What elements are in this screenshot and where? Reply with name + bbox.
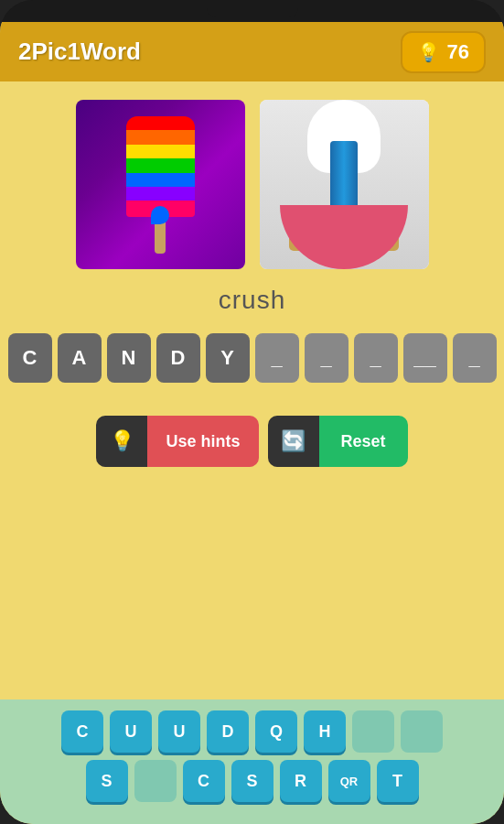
key-t[interactable]: T [377,760,419,802]
buttons-section: 💡 Use hints 🔄 Reset [0,390,504,482]
tile-n[interactable]: N [107,333,151,383]
key-c2[interactable]: C [183,760,225,802]
popsicle-image [76,100,245,269]
tile-blank-4[interactable]: __ [403,333,447,383]
key-d[interactable]: D [207,710,249,753]
tile-blank-5[interactable]: _ [453,333,497,383]
key-s[interactable]: S [86,760,128,802]
key-empty-2 [401,710,443,753]
reset-icon: 🔄 [281,429,306,453]
app-content: 2Pic1Word 💡 76 [0,22,504,824]
reset-button-label: Reset [319,416,408,467]
tile-blank-1[interactable]: _ [255,333,299,383]
key-empty-3 [134,760,177,802]
phone-frame: 2Pic1Word 💡 76 [0,0,504,824]
hint-button-icon: 💡 [96,416,147,467]
hint-button[interactable]: 💡 Use hints [96,416,258,467]
key-u1[interactable]: U [110,710,152,753]
key-u2[interactable]: U [158,710,200,753]
tile-c[interactable]: C [8,333,52,383]
key-empty-1 [352,710,394,753]
tile-d[interactable]: D [156,333,200,383]
popsicle-drip [151,206,169,224]
key-c[interactable]: C [61,710,103,753]
images-section [0,81,504,278]
key-h[interactable]: H [304,710,346,753]
popsicle-body [126,116,195,217]
header: 2Pic1Word 💡 76 [0,22,504,81]
status-bar [0,0,504,22]
keyboard-section: C U U D Q H S C S R QR T [0,699,504,824]
crush-art [260,100,429,269]
pink-bowl [280,205,408,269]
hint-button-label: Use hints [147,416,258,467]
key-s2[interactable]: S [231,760,273,802]
tile-blank-3[interactable]: _ [354,333,398,383]
status-notch [207,5,298,17]
keyboard-row-1: C U U D Q H [7,710,497,753]
hint-count: 76 [447,40,469,64]
popsicle-art [114,116,206,254]
bulb-icon: 💡 [417,41,440,63]
key-q[interactable]: Q [255,710,297,753]
keyboard-row-2: S C S R QR T [7,760,497,802]
app-title: 2Pic1Word [18,38,141,66]
key-r[interactable]: R [280,760,322,802]
hint-icon: 💡 [110,429,134,453]
tile-blank-2[interactable]: _ [305,333,349,383]
tile-y[interactable]: Y [206,333,250,383]
answer-section: C A N D Y _ _ _ __ _ [0,319,504,390]
tile-a[interactable]: A [58,333,102,383]
hint-badge[interactable]: 💡 76 [401,31,486,73]
answer-tiles: C A N D Y _ _ _ __ _ [8,333,497,383]
key-qr[interactable]: QR [328,760,370,802]
reset-button[interactable]: 🔄 Reset [268,416,408,467]
crush-image [260,100,429,269]
word-label: crush [0,278,504,319]
reset-button-icon: 🔄 [268,416,319,467]
